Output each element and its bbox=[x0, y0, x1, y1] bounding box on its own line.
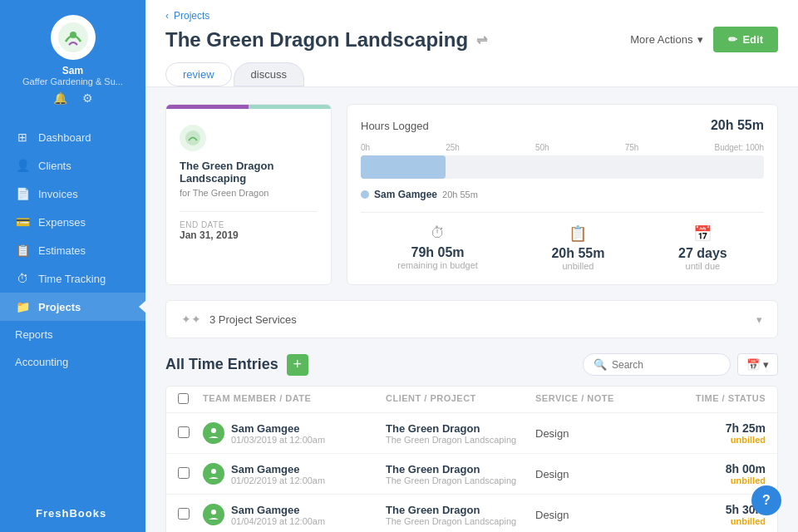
entries-table: Team Member / Date Client / Project Serv… bbox=[165, 386, 778, 532]
time-status-cell: 8h 00m unbilled bbox=[668, 462, 766, 485]
member-name: Sam Gamgee bbox=[231, 422, 325, 435]
hours-title: Hours Logged bbox=[361, 120, 429, 132]
hours-legend: Sam Gamgee 20h 55m bbox=[361, 189, 764, 200]
project-name: The Green Dragon Landscaping bbox=[180, 160, 318, 185]
project-card: The Green Dragon Landscaping for The Gre… bbox=[165, 104, 332, 285]
services-label: 3 Project Services bbox=[209, 313, 297, 326]
breadcrumb-link[interactable]: Projects bbox=[174, 10, 209, 22]
svg-point-1 bbox=[70, 32, 76, 38]
sidebar-item-label: Invoices bbox=[38, 188, 78, 200]
time-tracking-icon: ⏱ bbox=[15, 272, 30, 285]
sidebar-item-clients[interactable]: 👤 Clients bbox=[0, 151, 145, 180]
member-name: Sam Gamgee bbox=[231, 463, 325, 475]
stat-unbilled-value: 20h 55m bbox=[551, 246, 604, 261]
project-avatar bbox=[180, 125, 206, 151]
search-icon: 🔍 bbox=[594, 358, 607, 371]
sidebar-item-dashboard[interactable]: ⊞ Dashboard bbox=[0, 123, 145, 151]
add-time-entry-button[interactable]: + bbox=[287, 354, 308, 376]
row-checkbox[interactable] bbox=[178, 508, 190, 520]
card-tab-teal bbox=[249, 105, 331, 109]
bar-labels: 0h 25h 50h 75h Budget: 100h bbox=[361, 143, 764, 152]
service-note: Design bbox=[535, 509, 668, 521]
projects-icon: 📁 bbox=[15, 300, 30, 313]
card-tab-purple bbox=[166, 105, 249, 109]
sidebar-item-invoices[interactable]: 📄 Invoices bbox=[0, 180, 145, 208]
member-date: 01/03/2019 at 12:00am bbox=[231, 435, 325, 445]
search-row: 🔍 📅 ▾ bbox=[583, 353, 778, 376]
estimates-icon: 📋 bbox=[15, 244, 30, 257]
stat-unbilled: 📋 20h 55m unbilled bbox=[551, 224, 604, 271]
table-header: Team Member / Date Client / Project Serv… bbox=[166, 387, 777, 413]
tabs-row: review discuss bbox=[165, 62, 778, 86]
stat-remaining: ⏱ 79h 05m remaining in budget bbox=[397, 224, 478, 271]
stat-remaining-label: remaining in budget bbox=[397, 260, 478, 270]
th-member: Team Member / Date bbox=[203, 393, 386, 406]
stat-unbilled-label: unbilled bbox=[551, 261, 604, 271]
entries-title: All Time Entries bbox=[165, 356, 278, 373]
client-project: The Green Dragon Landscaping bbox=[386, 516, 535, 526]
th-check bbox=[178, 393, 203, 406]
project-end-date-label: END DATE bbox=[180, 220, 318, 229]
stats-row: ⏱ 79h 05m remaining in budget 📋 20h 55m … bbox=[361, 212, 764, 271]
stat-due-value: 27 days bbox=[678, 246, 727, 261]
entries-header: All Time Entries + 🔍 📅 ▾ bbox=[165, 353, 778, 376]
help-button[interactable]: ? bbox=[751, 485, 781, 515]
client-name: The Green Dragon bbox=[386, 463, 535, 475]
client-name: The Green Dragon bbox=[386, 504, 535, 516]
status-badge: unbilled bbox=[668, 475, 766, 485]
member-avatar bbox=[203, 422, 224, 444]
service-note: Design bbox=[535, 427, 668, 440]
breadcrumb: ‹ Projects bbox=[165, 10, 778, 22]
member-cell: Sam Gamgee 01/03/2019 at 12:00am bbox=[203, 422, 386, 445]
select-all-checkbox[interactable] bbox=[178, 393, 189, 404]
sidebar-item-expenses[interactable]: 💳 Expenses bbox=[0, 208, 145, 236]
edit-button[interactable]: ✏ Edit bbox=[713, 27, 778, 52]
calendar-dropdown-icon: ▾ bbox=[763, 358, 769, 371]
project-services-row[interactable]: ✦✦ 3 Project Services ▾ bbox=[165, 300, 778, 338]
content-area: The Green Dragon Landscaping for The Gre… bbox=[145, 87, 798, 532]
row-checkbox-cell bbox=[178, 426, 203, 441]
member-date: 01/04/2019 at 12:00am bbox=[231, 516, 325, 526]
search-input[interactable] bbox=[612, 359, 720, 371]
sliders-icon[interactable]: ⇌ bbox=[476, 32, 487, 47]
client-project: The Green Dragon Landscaping bbox=[386, 475, 535, 485]
th-service: Service / Note bbox=[535, 393, 668, 406]
member-cell: Sam Gamgee 01/02/2019 at 12:00am bbox=[203, 463, 386, 485]
sidebar-item-estimates[interactable]: 📋 Estimates bbox=[0, 236, 145, 264]
row-checkbox[interactable] bbox=[178, 467, 190, 479]
calendar-filter-button[interactable]: 📅 ▾ bbox=[737, 353, 778, 376]
page-title: The Green Dragon Landscaping ⇌ bbox=[165, 28, 487, 52]
sidebar-item-accounting[interactable]: Accounting bbox=[0, 348, 145, 376]
svg-point-5 bbox=[211, 469, 216, 474]
expenses-icon: 💳 bbox=[15, 215, 30, 229]
legend-dot bbox=[361, 190, 369, 199]
sidebar-top: Sam Gaffer Gardening & Su... 🔔 ⚙ bbox=[0, 0, 145, 113]
stat-due: 📅 27 days until due bbox=[678, 224, 727, 271]
th-client: Client / Project bbox=[386, 393, 535, 406]
pencil-icon: ✏ bbox=[728, 33, 737, 46]
tab-review[interactable]: review bbox=[165, 62, 232, 86]
table-row: Sam Gamgee 01/03/2019 at 12:00am The Gre… bbox=[166, 413, 777, 454]
stat-due-label: until due bbox=[678, 261, 727, 271]
chevron-down-icon: ▾ bbox=[756, 313, 762, 326]
th-time: Time / Status bbox=[668, 393, 766, 406]
legend-name: Sam Gamgee bbox=[374, 189, 437, 200]
dashboard-icon: ⊞ bbox=[15, 131, 30, 144]
gear-icon[interactable]: ⚙ bbox=[82, 91, 93, 105]
header-title-row: The Green Dragon Landscaping ⇌ More Acti… bbox=[165, 27, 778, 62]
row-checkbox[interactable] bbox=[178, 426, 190, 438]
sidebar-nav: ⊞ Dashboard 👤 Clients 📄 Invoices 💳 Expen… bbox=[0, 113, 145, 492]
tab-discuss[interactable]: discuss bbox=[234, 62, 304, 86]
sidebar-item-projects[interactable]: 📁 Projects bbox=[0, 293, 145, 321]
sidebar-item-label: Clients bbox=[38, 160, 71, 172]
sidebar-item-time-tracking[interactable]: ⏱ Time Tracking bbox=[0, 264, 145, 293]
more-actions-button[interactable]: More Actions ▾ bbox=[630, 33, 703, 46]
status-badge: unbilled bbox=[668, 516, 766, 526]
row-checkbox-cell bbox=[178, 467, 203, 481]
bell-icon[interactable]: 🔔 bbox=[53, 91, 67, 105]
calendar-icon: 📅 bbox=[746, 358, 760, 371]
clients-icon: 👤 bbox=[15, 159, 30, 172]
sidebar-item-label: Projects bbox=[38, 301, 81, 313]
member-cell: Sam Gamgee 01/04/2019 at 12:00am bbox=[203, 504, 386, 526]
sidebar-item-reports[interactable]: Reports bbox=[0, 321, 145, 348]
